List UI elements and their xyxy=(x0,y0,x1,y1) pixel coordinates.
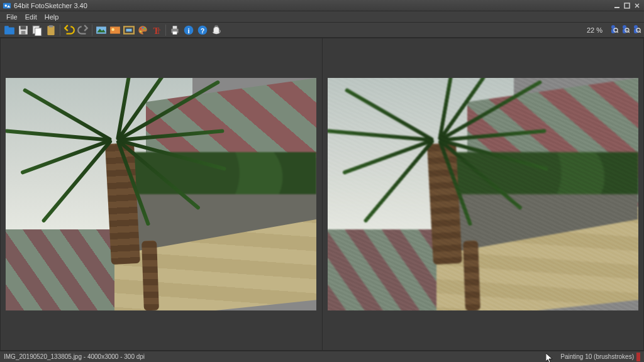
save-button[interactable] xyxy=(17,24,30,36)
result-image xyxy=(328,78,638,310)
source-pane[interactable] xyxy=(0,38,323,351)
menubar: File Edit Help xyxy=(0,11,644,23)
undo-button[interactable] xyxy=(63,24,75,36)
about-button[interactable]: ? xyxy=(196,24,209,36)
statusbar: IMG_20190520_133805.jpg - 4000x3000 - 30… xyxy=(0,351,644,362)
svg-point-15 xyxy=(111,28,114,31)
maximize-button[interactable] xyxy=(623,1,631,10)
palette-icon[interactable] xyxy=(136,24,149,36)
svg-rect-4 xyxy=(4,27,14,34)
window-title: 64bit FotoSketcher 3.40 xyxy=(14,2,87,9)
menu-help[interactable]: Help xyxy=(41,13,63,21)
svg-text:T: T xyxy=(157,28,160,35)
svg-point-20 xyxy=(144,28,146,30)
status-progress-indicator xyxy=(636,353,640,361)
open-button[interactable] xyxy=(3,24,16,36)
svg-point-1 xyxy=(5,4,8,7)
result-pane[interactable] xyxy=(323,38,645,351)
drawing-parameters-button[interactable] xyxy=(95,24,108,36)
svg-rect-25 xyxy=(173,26,177,29)
svg-line-44 xyxy=(640,31,641,33)
svg-line-39 xyxy=(628,31,630,33)
svg-rect-2 xyxy=(614,7,619,8)
svg-rect-3 xyxy=(625,3,630,8)
svg-text:−: − xyxy=(637,28,640,32)
status-file-info: IMG_20190520_133805.jpg - 4000x3000 - 30… xyxy=(4,353,145,360)
svg-rect-17 xyxy=(126,28,132,31)
menu-edit[interactable]: Edit xyxy=(21,13,41,21)
svg-line-35 xyxy=(617,31,618,33)
info-button[interactable]: i xyxy=(182,24,195,36)
zoom-label: 22 % xyxy=(587,26,602,34)
svg-point-21 xyxy=(140,30,142,32)
helper-zoom-out-button[interactable]: − xyxy=(631,24,641,36)
svg-text:+: + xyxy=(626,28,628,32)
svg-rect-8 xyxy=(21,31,26,35)
add-text-button[interactable]: TT xyxy=(150,24,163,36)
svg-text:i: i xyxy=(187,26,189,34)
helper-zoom-in-button[interactable]: + xyxy=(619,24,630,36)
paste-button[interactable] xyxy=(45,24,57,36)
svg-rect-10 xyxy=(35,28,42,35)
copy-button[interactable] xyxy=(31,24,43,36)
add-frame-button[interactable] xyxy=(123,24,135,36)
svg-rect-14 xyxy=(110,26,120,33)
titlebar: 64bit FotoSketcher 3.40 xyxy=(0,0,644,11)
svg-point-18 xyxy=(140,28,142,30)
svg-rect-5 xyxy=(4,26,9,28)
app-icon xyxy=(3,1,11,10)
separator xyxy=(60,25,60,36)
toolbar: TT i ? 22 % + − xyxy=(0,23,644,38)
svg-rect-7 xyxy=(21,26,26,30)
svg-rect-26 xyxy=(173,31,177,35)
menu-file[interactable]: File xyxy=(3,13,21,21)
svg-point-19 xyxy=(142,26,144,28)
svg-text:?: ? xyxy=(201,27,204,34)
redo-button[interactable] xyxy=(77,24,89,36)
minimize-button[interactable] xyxy=(613,1,621,10)
separator xyxy=(92,25,92,36)
source-image xyxy=(6,78,316,310)
helper-zoom-fit-button[interactable] xyxy=(608,24,618,36)
close-button[interactable] xyxy=(633,1,641,10)
print-button[interactable] xyxy=(169,24,181,36)
content-area xyxy=(0,38,644,351)
svg-rect-12 xyxy=(49,25,53,27)
modify-source-button[interactable] xyxy=(109,24,121,36)
status-effect: Painting 10 (brushstrokes) xyxy=(560,353,634,360)
donate-button[interactable] xyxy=(210,24,223,36)
separator xyxy=(165,25,166,36)
